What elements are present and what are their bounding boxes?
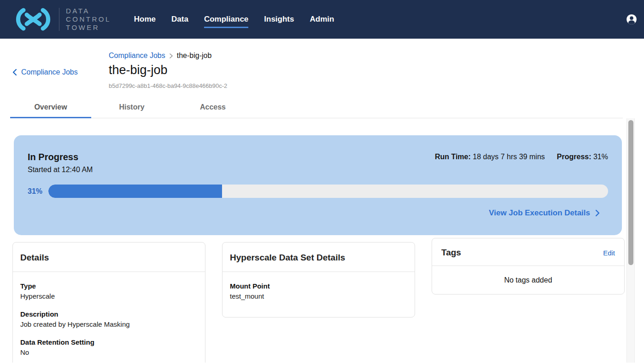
field-value: No	[20, 348, 198, 356]
header-main: Compliance Jobs the-big-job the-big-job …	[109, 39, 644, 89]
nav-item-compliance[interactable]: Compliance	[204, 11, 248, 28]
progress-bar-track	[48, 185, 608, 198]
field-label: Description	[20, 310, 198, 318]
overview-panel: In Progress Started at 12:40 AM Run Time…	[0, 118, 644, 363]
edit-tags-link[interactable]: Edit	[603, 249, 615, 257]
tab-overview[interactable]: Overview	[10, 97, 91, 118]
progress-value: 31%	[593, 153, 608, 161]
field-label: Data Retention Setting	[20, 338, 198, 346]
progress-percent-label: 31%	[28, 187, 48, 196]
field-value: Job created by Hyperscale Masking	[20, 320, 198, 328]
status-text-block: In Progress Started at 12:40 AM	[28, 152, 93, 174]
field-value: Hyperscale	[20, 292, 198, 300]
field-type: Type Hyperscale	[20, 282, 198, 300]
brand-line: TOWER	[66, 23, 111, 32]
dataset-card-header: Hyperscale Data Set Details	[222, 243, 415, 272]
chevron-right-icon	[596, 210, 600, 216]
job-id: b5d7299c-a8b1-468c-ba94-9c88e466b90c-2	[109, 82, 644, 89]
tags-card-body: No tags added	[432, 266, 624, 294]
dataset-card-title: Hyperscale Data Set Details	[230, 253, 407, 263]
status-started: Started at 12:40 AM	[28, 166, 93, 174]
brand-line: DATA	[66, 7, 111, 15]
user-avatar-icon[interactable]	[626, 13, 638, 25]
tab-access[interactable]: Access	[172, 97, 253, 118]
brand-wordmark: DATA CONTROL TOWER	[66, 7, 111, 32]
field-value: test_mount	[230, 292, 407, 300]
hyperscale-dataset-card: Hyperscale Data Set Details Mount Point …	[222, 242, 415, 318]
dct-logo-icon	[13, 6, 53, 32]
status-top-row: In Progress Started at 12:40 AM Run Time…	[28, 152, 608, 174]
page-title: the-big-job	[109, 63, 644, 77]
details-card-body: Type Hyperscale Description Job created …	[13, 272, 205, 363]
scrollbar-thumb[interactable]	[628, 120, 633, 265]
nav-item-data[interactable]: Data	[171, 11, 188, 28]
breadcrumb-current: the-big-job	[177, 52, 212, 60]
details-card: Details Type Hyperscale Description Job …	[12, 242, 205, 363]
field-description: Description Job created by Hyperscale Ma…	[20, 310, 198, 328]
vertical-scrollbar[interactable]	[626, 118, 635, 363]
breadcrumb-parent-link[interactable]: Compliance Jobs	[109, 52, 165, 60]
progress-metric: Progress: 31%	[557, 153, 608, 174]
page-header: Compliance Jobs Compliance Jobs the-big-…	[0, 39, 644, 90]
field-mount-point: Mount Point test_mount	[230, 282, 407, 300]
run-time-value: 18 days 7 hrs 39 mins	[473, 153, 545, 161]
progress-bar-fill	[48, 185, 222, 198]
no-tags-text: No tags added	[504, 276, 552, 284]
field-data-retention: Data Retention Setting No	[20, 338, 198, 356]
brand: DATA CONTROL TOWER	[13, 6, 111, 32]
top-nav: DATA CONTROL TOWER Home Data Compliance …	[0, 0, 644, 39]
view-job-execution-details-link[interactable]: View Job Execution Details	[489, 208, 600, 218]
info-cards-row: Details Type Hyperscale Description Job …	[12, 242, 644, 363]
exec-link-row: View Job Execution Details	[28, 208, 608, 218]
back-link-label: Compliance Jobs	[21, 68, 78, 76]
field-label: Mount Point	[230, 282, 407, 290]
job-status-card: In Progress Started at 12:40 AM Run Time…	[14, 135, 622, 235]
tags-card: Tags Edit No tags added	[432, 238, 625, 295]
dataset-card-body: Mount Point test_mount	[222, 272, 415, 311]
run-time: Run Time: 18 days 7 hrs 39 mins	[435, 153, 545, 174]
exec-link-label: View Job Execution Details	[489, 208, 590, 218]
nav-item-insights[interactable]: Insights	[264, 11, 294, 28]
breadcrumb-separator-icon	[170, 53, 173, 58]
breadcrumb: Compliance Jobs the-big-job	[109, 52, 644, 60]
details-card-title: Details	[20, 253, 198, 263]
chevron-left-icon	[12, 69, 17, 75]
tags-card-title: Tags	[441, 248, 461, 258]
tab-bar: Overview History Access	[10, 97, 623, 118]
progress-label: Progress:	[557, 153, 591, 161]
main-nav: Home Data Compliance Insights Admin	[134, 11, 334, 28]
status-title: In Progress	[28, 152, 93, 162]
details-card-header: Details	[13, 243, 205, 272]
nav-item-admin[interactable]: Admin	[310, 11, 334, 28]
brand-divider	[59, 8, 59, 31]
run-time-label: Run Time:	[435, 153, 471, 161]
back-link[interactable]: Compliance Jobs	[12, 68, 78, 76]
nav-item-home[interactable]: Home	[134, 11, 156, 28]
brand-line: CONTROL	[66, 15, 111, 23]
tab-history[interactable]: History	[91, 97, 172, 118]
field-label: Type	[20, 282, 198, 290]
progress-row: 31%	[28, 185, 608, 198]
tags-card-header: Tags Edit	[432, 238, 624, 266]
status-metrics: Run Time: 18 days 7 hrs 39 mins Progress…	[435, 153, 608, 174]
